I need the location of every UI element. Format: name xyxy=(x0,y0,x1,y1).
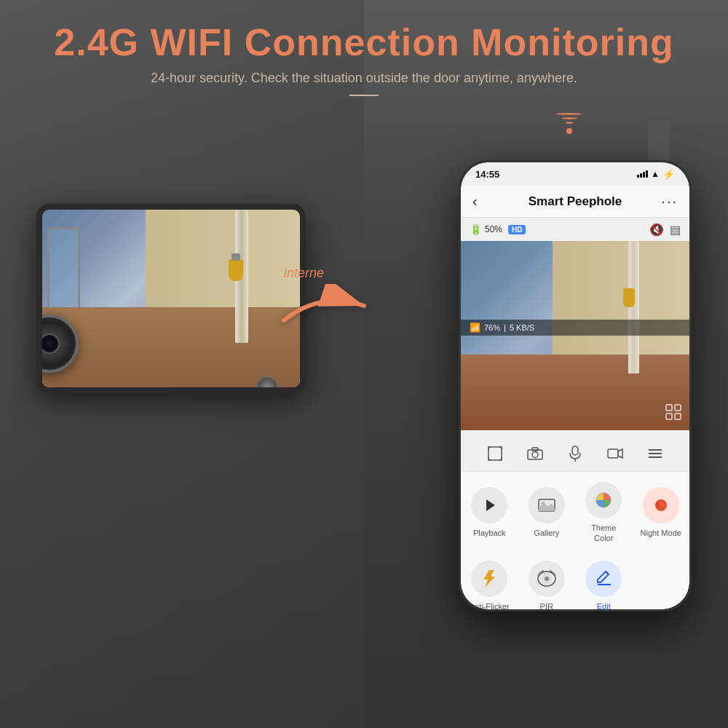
battery-status: 🔋 50% xyxy=(470,223,502,235)
cam-wifi-icon: 📶 xyxy=(470,323,480,333)
camera-ctrl[interactable] xyxy=(521,439,550,468)
svg-rect-4 xyxy=(675,414,681,419)
app-title: Smart Peephole xyxy=(529,194,622,209)
anti-flicker-icon xyxy=(481,569,497,588)
battery-small-icon: 🔋 xyxy=(470,223,482,235)
device-button[interactable] xyxy=(256,376,278,393)
svg-rect-9 xyxy=(572,446,578,455)
device-lamp xyxy=(229,259,243,281)
controls-row xyxy=(461,435,689,472)
hamburger-icon xyxy=(647,448,663,459)
header: 2.4G WIFI Connection Monitoring 24-hour … xyxy=(0,0,728,111)
svg-rect-2 xyxy=(675,405,681,411)
arrow-svg xyxy=(277,284,371,328)
theme-color-icon-circle xyxy=(585,482,622,518)
feature-empty xyxy=(633,550,690,609)
cam-wifi-bar: 📶 76% | 5 KB/S xyxy=(461,320,689,336)
cam-speed: | xyxy=(504,323,506,332)
signal-bar-1 xyxy=(637,175,639,178)
status-bar: 14:55 ▲ ⚡ xyxy=(461,162,689,186)
edit-icon xyxy=(596,571,612,587)
svg-point-7 xyxy=(532,451,538,457)
status-time: 14:55 xyxy=(475,169,499,180)
wifi-wave-small xyxy=(566,122,573,124)
aspect-ratio-icon[interactable]: ▤ xyxy=(670,223,681,237)
phone-container: 14:55 ▲ ⚡ ‹ Smart Peephole ··· xyxy=(459,160,692,612)
night-mode-icon xyxy=(652,496,670,514)
feature-night-mode[interactable]: Night Mode xyxy=(633,472,690,551)
svg-rect-8 xyxy=(532,448,538,451)
arrow-label: interne xyxy=(284,266,324,281)
smartphone: 14:55 ▲ ⚡ ‹ Smart Peephole ··· xyxy=(459,160,692,612)
pir-icon-circle xyxy=(529,561,565,597)
signal-bar-3 xyxy=(643,172,645,178)
theme-color-label: Theme Color xyxy=(581,523,627,544)
expand-icon xyxy=(665,403,682,421)
mic-ctrl[interactable] xyxy=(561,439,590,468)
camera-feed-inner xyxy=(461,241,689,430)
svg-marker-23 xyxy=(483,570,495,587)
feature-grid-row1: Playback Gallery xyxy=(461,472,689,551)
night-mode-label: Night Mode xyxy=(641,528,681,538)
feature-playback[interactable]: Playback xyxy=(461,472,518,551)
porch-scene-device xyxy=(42,210,300,387)
smart-device xyxy=(36,204,306,393)
feature-pir[interactable]: PIR xyxy=(518,550,576,609)
svg-rect-1 xyxy=(666,405,672,411)
svg-rect-11 xyxy=(608,449,618,458)
gallery-label: Gallery xyxy=(534,528,559,538)
svg-point-26 xyxy=(545,577,549,581)
gallery-icon-circle xyxy=(529,487,565,523)
more-button[interactable]: ··· xyxy=(661,193,678,210)
app-header: ‹ Smart Peephole ··· xyxy=(461,186,689,218)
svg-marker-12 xyxy=(618,449,622,458)
status-icons: ▲ ⚡ xyxy=(637,168,675,180)
expand-button[interactable] xyxy=(665,403,682,424)
device-top-right xyxy=(648,120,670,164)
phone-screen: 14:55 ▲ ⚡ ‹ Smart Peephole ··· xyxy=(461,162,689,609)
fullscreen-icon xyxy=(488,446,502,461)
feature-gallery[interactable]: Gallery xyxy=(518,472,576,551)
feature-edit[interactable]: Edit xyxy=(575,550,633,609)
night-mode-icon-circle xyxy=(643,487,679,523)
wifi-wave-large xyxy=(556,113,582,115)
svg-rect-3 xyxy=(666,414,672,419)
arrow-indicator: interne xyxy=(277,284,371,331)
edit-icon-circle xyxy=(585,561,622,597)
playback-icon xyxy=(480,496,498,514)
main-title: 2.4G WIFI Connection Monitoring xyxy=(29,22,699,63)
anti-flicker-label: Anti-Flicker xyxy=(470,601,510,609)
pir-icon xyxy=(537,570,557,587)
back-button[interactable]: ‹ xyxy=(472,193,478,210)
wifi-signal-indicator xyxy=(556,113,582,134)
cam-lamp xyxy=(623,288,635,307)
playback-label: Playback xyxy=(473,528,506,538)
feature-grid-row2: Anti-Flicker PIR xyxy=(461,550,689,609)
camera-info-bar: 🔋 50% HD 🔇 ▤ xyxy=(461,218,689,241)
feature-theme-color[interactable]: Theme Color xyxy=(575,472,633,551)
fullscreen-ctrl[interactable] xyxy=(480,439,510,468)
svg-marker-19 xyxy=(539,503,555,511)
feature-anti-flicker[interactable]: Anti-Flicker xyxy=(461,550,518,609)
divider xyxy=(349,95,379,96)
battery-percentage: 50% xyxy=(485,224,502,234)
camera-lens-inner xyxy=(39,333,60,354)
menu-ctrl[interactable] xyxy=(641,439,670,468)
cam-speed-value: 5 KB/S xyxy=(510,323,534,332)
edit-label: Edit xyxy=(597,601,611,609)
wifi-waves xyxy=(556,113,582,134)
video-ctrl[interactable] xyxy=(601,439,630,468)
svg-rect-5 xyxy=(488,447,502,460)
device-display xyxy=(42,210,300,387)
cam-wifi-pct: 76% xyxy=(484,323,500,332)
battery-icon: ⚡ xyxy=(662,168,675,180)
signal-bars xyxy=(637,170,648,178)
mute-icon[interactable]: 🔇 xyxy=(649,223,664,237)
camera-icon xyxy=(527,447,543,460)
camera-feed: 📶 76% | 5 KB/S xyxy=(461,241,689,430)
signal-bar-4 xyxy=(646,170,648,178)
wifi-dot xyxy=(566,128,572,134)
pir-label: PIR xyxy=(540,601,553,609)
gallery-icon xyxy=(538,497,555,513)
playback-icon-circle xyxy=(471,487,507,523)
